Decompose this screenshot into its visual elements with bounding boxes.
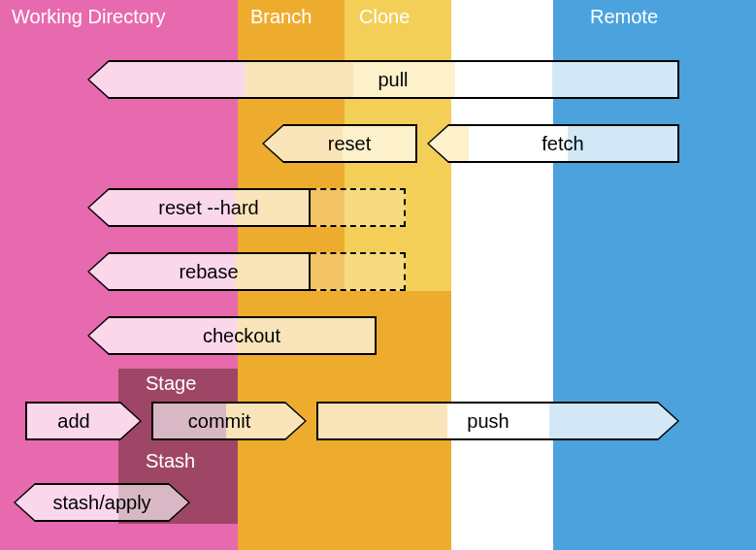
arrow-rebase-ext (311, 252, 406, 291)
label-branch: Branch (250, 6, 312, 28)
git-flow-diagram: Working Directory Branch Clone Remote St… (0, 0, 756, 550)
arrow-reset-hard-ext (311, 188, 406, 227)
arrow-rebase: rebase (87, 252, 311, 291)
cmd-reset-hard: reset --hard (158, 197, 258, 219)
cmd-rebase: rebase (179, 261, 238, 283)
arrow-stash-apply: stash/apply (14, 483, 190, 522)
cmd-add: add (57, 410, 89, 433)
cmd-pull: pull (378, 69, 408, 91)
label-stash: Stash (146, 450, 195, 472)
label-stage: Stage (146, 372, 196, 395)
arrow-push: push (316, 402, 679, 440)
arrow-reset: reset (262, 124, 417, 163)
arrow-pull: pull (87, 60, 679, 99)
arrow-commit: commit (151, 402, 307, 440)
cmd-fetch: fetch (542, 133, 583, 155)
label-clone: Clone (359, 6, 410, 28)
label-working-directory: Working Directory (12, 6, 166, 28)
cmd-commit: commit (188, 410, 250, 433)
cmd-push: push (467, 410, 509, 433)
cmd-stash-apply: stash/apply (52, 492, 150, 514)
arrow-fetch: fetch (427, 124, 679, 163)
arrow-add: add (25, 402, 142, 440)
cmd-reset: reset (328, 133, 371, 155)
arrow-checkout: checkout (87, 316, 377, 355)
label-remote: Remote (590, 6, 658, 28)
arrow-reset-hard: reset --hard (87, 188, 311, 227)
cmd-checkout: checkout (203, 325, 280, 347)
